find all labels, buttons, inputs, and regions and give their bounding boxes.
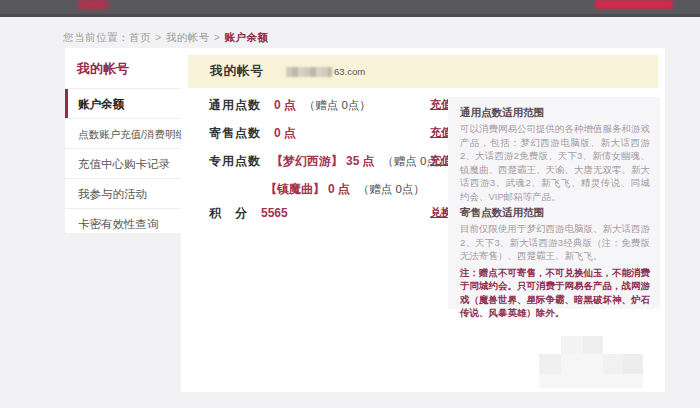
row-bonus: （赠点 0点） — [358, 183, 425, 195]
row-value: 5565 — [261, 206, 288, 220]
balance-row-dedicated-points: 专用点数【梦幻西游】35点（赠点 0点） — [209, 153, 449, 170]
balance-row-credits: 积 分5565 — [209, 205, 291, 222]
breadcrumb-separator: > — [214, 31, 221, 43]
sidebar-item-recharge-detail[interactable]: 点数账户充值/消费明细 — [65, 118, 181, 148]
breadcrumb: 您当前位置：首页>我的帐号>账户余额 — [63, 31, 268, 45]
row-unit: 点 — [284, 98, 296, 112]
sidebar: 我的帐号 账户余额 点数账户充值/消费明细 充值中心购卡记录 我参与的活动 卡密… — [65, 48, 181, 233]
breadcrumb-home[interactable]: 首页 — [129, 31, 151, 43]
sidebar-title: 我的帐号 — [65, 48, 181, 88]
email-visible-part: 63.com — [334, 66, 365, 77]
row-label: 专用点数 — [209, 154, 261, 168]
info-title-general-scope: 通用点数适用范围 — [460, 106, 650, 120]
info-note: 注：赠点不可寄售，不可兑换仙玉，不能消费于同城约会。只可消费于网易各产品，战网游… — [460, 266, 650, 320]
watermark-blurred — [521, 336, 656, 394]
row-value: 0 — [274, 126, 281, 140]
row-value: 35 — [346, 154, 359, 168]
row-label: 积 分 — [209, 206, 248, 220]
game-name: 【梦幻西游】 — [271, 154, 343, 168]
sidebar-item-card-key-check[interactable]: 卡密有效性查询 — [65, 208, 181, 238]
account-header: 我的帐号 63.com — [188, 55, 658, 88]
site-logo-blurred[interactable] — [78, 0, 108, 9]
breadcrumb-separator: > — [155, 31, 162, 43]
account-header-label: 我的帐号 — [210, 63, 264, 80]
info-body-general-scope: 可以消费网易公司提供的各种增值服务和游戏产品，包括：梦幻西游电脑版、新大话西游2… — [460, 122, 650, 203]
row-value: 0 — [274, 98, 281, 112]
game-name: 【镇魔曲】 — [265, 182, 325, 196]
breadcrumb-account[interactable]: 我的帐号 — [166, 31, 210, 43]
sidebar-item-my-activities[interactable]: 我参与的活动 — [65, 178, 181, 208]
breadcrumb-location-label: 您当前位置： — [63, 31, 129, 43]
info-body-consignment-scope: 目前仅限使用于梦幻西游电脑版、新大话西游2、天下3、新大话西游3经典版（注：免费… — [460, 222, 650, 263]
main-panel: 我的帐号 63.com 通用点数0点（赠点 0点） 充值 寄售点数0点 充值 专… — [181, 48, 665, 392]
breadcrumb-current: 账户余额 — [224, 31, 268, 43]
balance-row-general-points: 通用点数0点（赠点 0点） — [209, 97, 371, 114]
topbar — [0, 0, 700, 17]
topbar-right-blurred[interactable] — [595, 0, 673, 9]
balance-row-dedicated-points-2: 【镇魔曲】0点（赠点 0点） — [265, 181, 425, 198]
sidebar-item-card-purchase-records[interactable]: 充值中心购卡记录 — [65, 148, 181, 178]
row-label: 通用点数 — [209, 98, 261, 112]
row-unit: 点 — [284, 126, 296, 140]
row-value: 0 — [328, 182, 335, 196]
email-blurred — [286, 67, 332, 77]
row-unit: 点 — [362, 154, 374, 168]
info-title-consignment-scope: 寄售点数适用范围 — [460, 206, 650, 220]
points-scope-info-panel: 通用点数适用范围 可以消费网易公司提供的各种增值服务和游戏产品，包括：梦幻西游电… — [448, 97, 660, 309]
row-bonus: （赠点 0点） — [304, 99, 371, 111]
balance-row-consignment-points: 寄售点数0点 — [209, 125, 296, 142]
sidebar-item-account-balance[interactable]: 账户余额 — [65, 88, 181, 118]
row-unit: 点 — [338, 182, 350, 196]
row-label: 寄售点数 — [209, 126, 261, 140]
